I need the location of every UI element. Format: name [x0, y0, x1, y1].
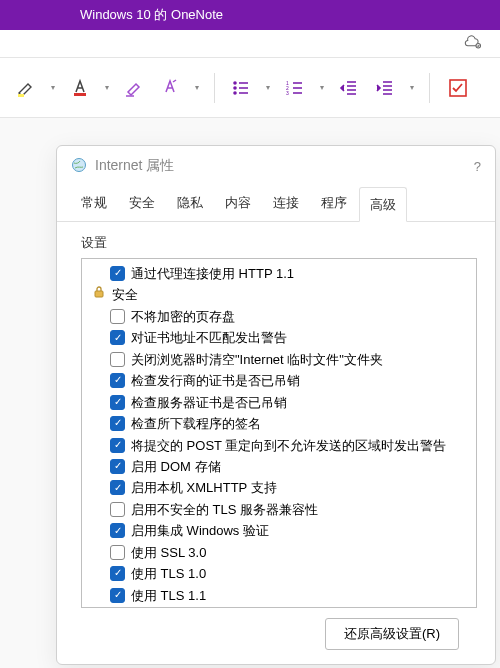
- settings-checkbox-item[interactable]: ✓使用 TLS 1.0: [88, 563, 470, 584]
- settings-checkbox-item[interactable]: ✓检查所下载程序的签名: [88, 413, 470, 434]
- checkbox[interactable]: [110, 309, 125, 324]
- checkbox[interactable]: ✓: [110, 395, 125, 410]
- dropdown-icon[interactable]: ▾: [190, 83, 204, 92]
- tab-隐私[interactable]: 隐私: [167, 186, 213, 221]
- separator: [214, 73, 215, 103]
- font-color-icon[interactable]: [64, 72, 96, 104]
- svg-text:3: 3: [286, 90, 289, 96]
- checkbox[interactable]: ✓: [110, 459, 125, 474]
- bullet-list-icon[interactable]: [225, 72, 257, 104]
- checkbox-label: 将提交的 POST 重定向到不允许发送的区域时发出警告: [131, 435, 446, 456]
- dropdown-icon[interactable]: ▾: [261, 83, 275, 92]
- svg-point-3: [234, 82, 236, 84]
- ribbon-toolbar: ▾ ▾ ▾ ▾ 123 ▾ ▾: [0, 58, 500, 118]
- checkbox-label: 使用 TLS 1.0: [131, 563, 206, 584]
- dialog-title: Internet 属性: [95, 157, 174, 175]
- settings-checkbox-item[interactable]: ✓启用集成 Windows 验证: [88, 520, 470, 541]
- group-label: 安全: [112, 284, 138, 305]
- tab-程序[interactable]: 程序: [311, 186, 357, 221]
- checkbox[interactable]: [110, 502, 125, 517]
- highlight-yellow-icon[interactable]: [10, 72, 42, 104]
- svg-rect-1: [18, 94, 24, 97]
- help-icon[interactable]: ?: [474, 159, 481, 174]
- settings-listbox[interactable]: ✓通过代理连接使用 HTTP 1.1安全不将加密的页存盘✓对证书地址不匹配发出警…: [81, 258, 477, 608]
- dropdown-icon[interactable]: ▾: [100, 83, 114, 92]
- settings-checkbox-item[interactable]: ✓启用本机 XMLHTTP 支持: [88, 477, 470, 498]
- checkbox-label: 启用集成 Windows 验证: [131, 520, 269, 541]
- checkbox-label: 对证书地址不匹配发出警告: [131, 327, 287, 348]
- text-highlight-icon[interactable]: [154, 72, 186, 104]
- checkbox[interactable]: ✓: [110, 523, 125, 538]
- tab-常规[interactable]: 常规: [71, 186, 117, 221]
- settings-label: 设置: [81, 234, 477, 252]
- dialog-titlebar: Internet 属性 ?: [57, 146, 495, 186]
- checkbox-label: 关闭浏览器时清空"Internet 临时文件"文件夹: [131, 349, 383, 370]
- checkbox-label: 启用本机 XMLHTTP 支持: [131, 477, 277, 498]
- settings-checkbox-item[interactable]: ✓通过代理连接使用 HTTP 1.1: [88, 263, 470, 284]
- checkbox[interactable]: [110, 352, 125, 367]
- checkbox-label: 启用 DOM 存储: [131, 456, 221, 477]
- restore-defaults-button[interactable]: 还原高级设置(R): [325, 618, 459, 650]
- checkbox-label: 检查发行商的证书是否已吊销: [131, 370, 300, 391]
- checkbox-label: 不将加密的页存盘: [131, 306, 235, 327]
- app-title: Windows 10 的 OneNote: [80, 6, 223, 24]
- globe-icon: [71, 157, 87, 176]
- settings-checkbox-item[interactable]: ✓启用 DOM 存储: [88, 456, 470, 477]
- app-titlebar: Windows 10 的 OneNote: [0, 0, 500, 30]
- tab-安全[interactable]: 安全: [119, 186, 165, 221]
- tab-高级[interactable]: 高级: [359, 187, 407, 222]
- checkbox-label: 检查所下载程序的签名: [131, 413, 261, 434]
- outdent-icon[interactable]: [333, 72, 365, 104]
- internet-properties-dialog: Internet 属性 ? 常规安全隐私内容连接程序高级 设置 ✓通过代理连接使…: [56, 145, 496, 665]
- settings-checkbox-item[interactable]: ✓将提交的 POST 重定向到不允许发送的区域时发出警告: [88, 435, 470, 456]
- svg-point-10: [73, 158, 86, 171]
- indent-icon[interactable]: [369, 72, 401, 104]
- tab-连接[interactable]: 连接: [263, 186, 309, 221]
- svg-rect-2: [74, 93, 86, 96]
- settings-checkbox-item[interactable]: 不将加密的页存盘: [88, 306, 470, 327]
- checkbox-label: 启用不安全的 TLS 服务器兼容性: [131, 499, 318, 520]
- checkbox[interactable]: ✓: [110, 438, 125, 453]
- settings-checkbox-item[interactable]: 使用 SSL 3.0: [88, 542, 470, 563]
- clear-format-icon[interactable]: [118, 72, 150, 104]
- dropdown-icon[interactable]: ▾: [405, 83, 419, 92]
- dialog-footer: 还原高级设置(R): [81, 608, 477, 650]
- advanced-panel: 设置 ✓通过代理连接使用 HTTP 1.1安全不将加密的页存盘✓对证书地址不匹配…: [57, 222, 495, 664]
- checkbox[interactable]: ✓: [110, 373, 125, 388]
- checkbox[interactable]: ✓: [110, 566, 125, 581]
- sync-bar: [0, 30, 500, 58]
- settings-group: 安全: [88, 284, 470, 305]
- tab-内容[interactable]: 内容: [215, 186, 261, 221]
- checkbox[interactable]: ✓: [110, 330, 125, 345]
- checkbox[interactable]: [110, 545, 125, 560]
- settings-checkbox-item[interactable]: 关闭浏览器时清空"Internet 临时文件"文件夹: [88, 349, 470, 370]
- checkbox-label: 使用 TLS 1.1: [131, 585, 206, 606]
- separator: [429, 73, 430, 103]
- settings-checkbox-item[interactable]: ✓使用 TLS 1.1: [88, 585, 470, 606]
- lock-icon: [92, 284, 106, 298]
- svg-point-5: [234, 92, 236, 94]
- settings-checkbox-item[interactable]: ✓检查服务器证书是否已吊销: [88, 392, 470, 413]
- checkbox[interactable]: ✓: [110, 588, 125, 603]
- dropdown-icon[interactable]: ▾: [46, 83, 60, 92]
- numbered-list-icon[interactable]: 123: [279, 72, 311, 104]
- cloud-sync-icon[interactable]: [464, 33, 482, 55]
- todo-tag-icon[interactable]: [440, 72, 476, 104]
- checkbox-label: 使用 SSL 3.0: [131, 542, 206, 563]
- svg-rect-11: [95, 291, 103, 297]
- checkbox[interactable]: ✓: [110, 416, 125, 431]
- settings-checkbox-item[interactable]: ✓检查发行商的证书是否已吊销: [88, 370, 470, 391]
- dialog-tabs: 常规安全隐私内容连接程序高级: [57, 186, 495, 222]
- checkbox[interactable]: ✓: [110, 266, 125, 281]
- checkbox-label: 检查服务器证书是否已吊销: [131, 392, 287, 413]
- checkbox-label: 通过代理连接使用 HTTP 1.1: [131, 263, 294, 284]
- svg-point-4: [234, 87, 236, 89]
- dropdown-icon[interactable]: ▾: [315, 83, 329, 92]
- checkbox[interactable]: ✓: [110, 480, 125, 495]
- settings-checkbox-item[interactable]: ✓对证书地址不匹配发出警告: [88, 327, 470, 348]
- settings-checkbox-item[interactable]: 启用不安全的 TLS 服务器兼容性: [88, 499, 470, 520]
